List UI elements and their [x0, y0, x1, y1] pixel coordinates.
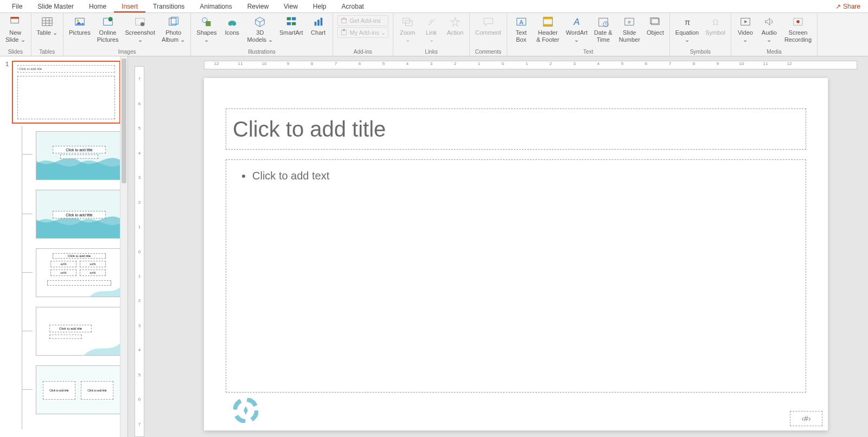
get-addins-button[interactable]: Get Add-ins [337, 15, 388, 26]
menu-view[interactable]: View [276, 1, 305, 12]
slide-number-button[interactable]: # Slide Number [617, 14, 642, 44]
pictures-label: Pictures [69, 29, 91, 36]
smartart-button[interactable]: SmartArt [277, 14, 305, 37]
zoom-button[interactable]: Zoom ⌄ [397, 14, 418, 44]
svg-point-10 [108, 17, 113, 22]
cube-icon [253, 15, 266, 28]
slide-number-icon: # [623, 15, 636, 28]
chart-button[interactable]: Chart [308, 14, 329, 37]
zoom-icon [401, 15, 414, 28]
zoom-label: Zoom ⌄ [400, 29, 415, 43]
screen-recording-button[interactable]: Screen Recording [782, 14, 814, 44]
wordart-button[interactable]: A WordArt ⌄ [564, 14, 590, 44]
header-footer-button[interactable]: Header & Footer [534, 14, 561, 44]
menu-bar: File Slide Master Home Insert Transition… [0, 0, 868, 13]
chart-label: Chart [311, 29, 326, 36]
body-placeholder-text: Click to add text [252, 170, 793, 182]
group-links-label: Links [397, 48, 466, 56]
svg-text:A: A [519, 19, 524, 25]
layout3-xx1: xx% [50, 261, 76, 267]
layout-thumbnail-3[interactable]: Click to add title xx% xx% xx% xx% [36, 248, 123, 297]
slide-master-panel: 1 Click to add title Click to add title … [0, 56, 128, 437]
object-button[interactable]: Object [644, 14, 666, 37]
equation-icon: π [681, 15, 694, 28]
pictures-button[interactable]: Pictures [67, 14, 93, 37]
new-slide-icon [9, 15, 22, 28]
photo-album-label: Photo Album ⌄ [162, 29, 185, 43]
date-time-button[interactable]: Date & Time [592, 14, 615, 44]
link-label: Link ⌄ [426, 29, 437, 43]
date-time-icon [597, 15, 610, 28]
text-box-icon: A [515, 15, 528, 28]
audio-icon [763, 15, 776, 28]
svg-rect-17 [287, 17, 291, 21]
wave-corner-4 [84, 333, 122, 355]
online-pictures-button[interactable]: Online Pictures [95, 14, 121, 44]
menu-home[interactable]: Home [81, 1, 114, 12]
svg-rect-26 [343, 29, 345, 31]
my-addins-button[interactable]: My Add-ins ⌄ [337, 27, 388, 38]
3d-models-button[interactable]: 3D Models ⌄ [245, 14, 276, 44]
video-button[interactable]: Video ⌄ [735, 14, 756, 44]
layout1-title: Click to add title [53, 146, 106, 153]
link-icon [425, 15, 438, 28]
scrollbar-thumb[interactable] [122, 59, 126, 183]
group-text: A Text Box Header & Footer A WordArt ⌄ D… [507, 13, 670, 56]
svg-text:Ω: Ω [712, 18, 718, 27]
page-number-placeholder[interactable]: ‹#› [790, 411, 822, 426]
layout3-xx4: xx% [80, 269, 106, 276]
layout-thumbnail-4[interactable]: Click to add title [36, 307, 123, 356]
svg-rect-1 [11, 17, 19, 19]
comment-icon [482, 15, 495, 28]
master-slide-thumbnail[interactable]: Click to add title [12, 61, 120, 124]
layout-thumbnail-2[interactable]: Click to add title [36, 190, 123, 239]
link-button[interactable]: Link ⌄ [420, 14, 442, 44]
layout-thumbnail-1[interactable]: Click to add title [36, 131, 123, 180]
svg-rect-20 [292, 22, 296, 25]
tree-h4 [22, 331, 33, 331]
new-slide-button[interactable]: New Slide ⌄ [3, 14, 28, 44]
icons-button[interactable]: Icons [221, 14, 243, 37]
symbol-button[interactable]: Ω Symbol [703, 14, 727, 37]
text-box-button[interactable]: A Text Box [510, 14, 532, 44]
slide-canvas[interactable]: Click to add title Click to add text ‹#› [204, 78, 828, 430]
svg-rect-24 [341, 20, 346, 23]
slide-panel-scrollbar[interactable] [120, 56, 127, 437]
menu-insert[interactable]: Insert [114, 1, 145, 12]
group-illustrations: Shapes ⌄ Icons 3D Models ⌄ SmartArt Char… [191, 13, 333, 56]
photo-album-button[interactable]: Photo Album ⌄ [159, 14, 187, 44]
screenshot-button[interactable]: Screenshot ⌄ [123, 14, 157, 44]
body-placeholder[interactable]: Click to add text [226, 159, 806, 393]
menu-animations[interactable]: Animations [192, 1, 239, 12]
group-images-label: Images [67, 48, 187, 56]
audio-button[interactable]: Audio ⌄ [758, 14, 780, 44]
share-button[interactable]: Share [832, 2, 864, 11]
menu-review[interactable]: Review [240, 1, 276, 12]
comment-button[interactable]: Comment [473, 14, 503, 37]
smartart-label: SmartArt [279, 29, 303, 36]
group-media: Video ⌄ Audio ⌄ Screen Recording Media [731, 13, 818, 56]
menu-acrobat[interactable]: Acrobat [334, 1, 372, 12]
svg-rect-23 [320, 18, 322, 26]
group-links: Zoom ⌄ Link ⌄ Action Links [393, 13, 470, 56]
menu-help[interactable]: Help [305, 1, 334, 12]
menu-transitions[interactable]: Transitions [145, 1, 192, 12]
3d-models-label: 3D Models ⌄ [247, 29, 273, 43]
layout5-box1: Click to add title [43, 381, 75, 400]
chart-icon [312, 15, 325, 28]
action-button[interactable]: Action [444, 14, 466, 37]
group-comments: Comment Comments [470, 13, 507, 56]
tree-h5 [22, 389, 33, 390]
table-button[interactable]: Table ⌄ [35, 14, 60, 37]
shapes-button[interactable]: Shapes ⌄ [194, 14, 219, 44]
object-icon [649, 15, 662, 28]
menu-slide-master[interactable]: Slide Master [30, 1, 81, 12]
title-placeholder-text: Click to add title [233, 117, 386, 142]
get-addins-label: Get Add-ins [350, 17, 381, 24]
menu-file[interactable]: File [4, 1, 30, 12]
group-tables: Table ⌄ Tables [31, 13, 63, 56]
equation-button[interactable]: π Equation ⌄ [673, 14, 701, 44]
group-images: Pictures Online Pictures Screenshot ⌄ Ph… [63, 13, 191, 56]
title-placeholder[interactable]: Click to add title [226, 108, 806, 150]
layout-thumbnail-5[interactable]: Click to add title Click to add title [36, 365, 123, 414]
